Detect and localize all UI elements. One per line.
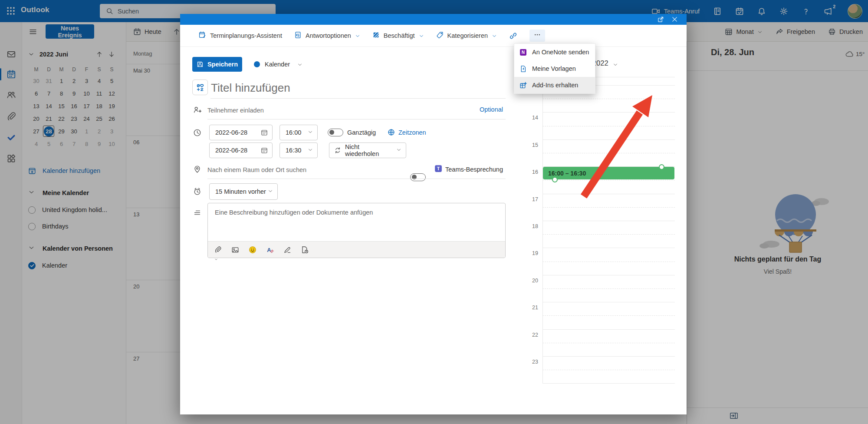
categorize-icon (436, 31, 444, 40)
more-options-button[interactable] (529, 30, 545, 42)
hour-label: 14 (516, 115, 538, 121)
ellipsis-icon (534, 31, 541, 40)
editor-toolbar: A (208, 241, 505, 258)
dialog-titlebar[interactable] (180, 14, 687, 25)
event-block[interactable]: 16:00 – 16:30 (543, 167, 674, 179)
event-title-input[interactable]: Titel hinzufügen (211, 81, 290, 95)
menu-item-add-ins-erhalten[interactable]: Add-Ins erhalten (514, 77, 595, 93)
svg-text:A: A (267, 246, 271, 253)
hour-label: 22 (516, 332, 538, 338)
location-icon (193, 165, 201, 173)
svg-text:T: T (437, 166, 440, 171)
chevron-down-icon (355, 33, 360, 38)
hour-label: 16 (516, 169, 538, 175)
reminder-select[interactable]: 15 Minuten vorher (209, 183, 278, 200)
title-suggestions-button[interactable] (192, 80, 208, 95)
clear-formatting-icon[interactable]: A (266, 246, 274, 254)
calendar-selector[interactable]: Kalender (254, 58, 302, 71)
globe-icon (388, 129, 395, 136)
event-compose-dialog: Terminplanungs-AssistentAntwortoptionenB… (180, 14, 687, 414)
chevron-down-icon (308, 129, 313, 136)
chevron-down-icon (308, 147, 313, 154)
repeat-icon (334, 147, 341, 154)
attendees-input[interactable]: Teilnehmer einladen (207, 107, 264, 114)
onenote-icon: N (519, 49, 527, 56)
clock-icon (193, 129, 201, 137)
menu-item-an-onenote-senden[interactable]: NAn OneNote senden (514, 44, 595, 60)
repeat-select[interactable]: Nicht wiederholen (329, 142, 406, 158)
end-date-input[interactable]: 2022-06-28 (209, 142, 273, 158)
chevron-down-icon (419, 33, 424, 38)
hour-label: 17 (516, 196, 538, 202)
datepicker-icon[interactable] (261, 129, 268, 136)
svg-text:N: N (522, 50, 525, 55)
emoji-icon[interactable] (249, 246, 256, 254)
all-day-label: Ganztägig (347, 129, 376, 136)
attach-icon[interactable] (214, 246, 222, 254)
hour-label: 19 (516, 250, 538, 256)
categorize-button[interactable]: Kategorisieren (436, 31, 497, 40)
chevron-down-icon (268, 188, 273, 195)
event-resize-handle-top[interactable] (659, 164, 664, 170)
calendar-color-dot (254, 61, 260, 67)
chevron-down-icon (297, 62, 302, 67)
busy-status-icon (372, 31, 380, 40)
teams-meeting-label: Teams-Besprechung (445, 166, 503, 173)
end-time-select[interactable]: 16:30 (279, 142, 318, 158)
location-input[interactable]: Nach einem Raum oder Ort suchen (207, 166, 306, 173)
response-options-icon (294, 31, 302, 40)
hour-label: 21 (516, 305, 538, 311)
teams-meeting-toggle[interactable] (410, 173, 426, 181)
schedule-assistant-icon (199, 31, 206, 40)
save-button[interactable]: Speichern (192, 57, 242, 72)
alarm-icon (193, 187, 201, 195)
description-placeholder: Eine Beschreibung hinzufügen oder Dokume… (215, 209, 373, 216)
hour-label: 15 (516, 142, 538, 148)
more-options-menu: NAn OneNote sendenMeine VorlagenAdd-Ins … (514, 43, 595, 94)
save-icon (197, 61, 204, 68)
link-icon[interactable] (509, 32, 517, 40)
chevron-down-icon (396, 147, 401, 154)
optional-attendees-link[interactable]: Optional (480, 106, 503, 113)
datepicker-icon[interactable] (261, 147, 268, 154)
get-addins-icon (519, 82, 527, 89)
ink-icon[interactable] (283, 246, 291, 254)
description-editor[interactable]: Eine Beschreibung hinzufügen oder Dokume… (207, 203, 506, 258)
schedule-send-icon[interactable] (301, 246, 309, 254)
templates-icon (519, 65, 527, 73)
hour-label: 18 (516, 223, 538, 229)
busy-status-button[interactable]: Beschäftigt (372, 31, 424, 40)
sparkle-suggest-icon (196, 83, 204, 92)
response-options-button[interactable]: Antwortoptionen (294, 31, 360, 40)
outlook-calendar-app: Outlook Suchen Teams-Anruf 2 (0, 0, 868, 424)
image-icon[interactable] (231, 246, 239, 254)
popout-icon[interactable] (658, 16, 664, 23)
event-resize-handle-bottom[interactable] (552, 177, 558, 182)
schedule-assistant-button[interactable]: Terminplanungs-Assistent (199, 31, 282, 40)
timezones-link[interactable]: Zeitzonen (388, 129, 426, 136)
menu-item-meine-vorlagen[interactable]: Meine Vorlagen (514, 60, 595, 77)
description-icon (193, 209, 201, 217)
all-day-toggle[interactable] (328, 129, 343, 136)
teams-icon: T (434, 165, 442, 172)
dialog-toolbar: Terminplanungs-AssistentAntwortoptionenB… (180, 25, 687, 47)
invite-attendees-icon (193, 106, 201, 114)
chevron-down-icon (492, 33, 497, 38)
start-time-select[interactable]: 16:00 (279, 125, 318, 140)
hour-label: 20 (516, 278, 538, 284)
start-date-input[interactable]: 2022-06-28 (209, 125, 273, 140)
hour-label: 23 (516, 359, 538, 365)
close-icon[interactable] (671, 16, 678, 23)
chevron-down-icon (613, 61, 618, 66)
